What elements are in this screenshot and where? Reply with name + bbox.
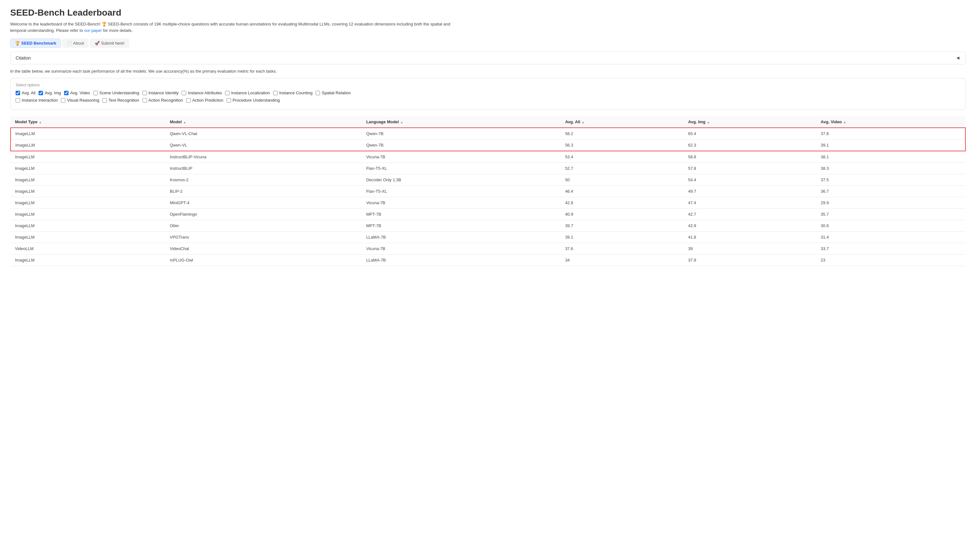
checkbox-procedure-understanding[interactable]: Procedure Understanding [227, 98, 280, 103]
col-header-avg.-img[interactable]: Avg. Img▲ [684, 116, 816, 128]
table-row: ImageLLMKosmos-2Decoder Only 1.3B5054.43… [10, 174, 966, 186]
checkbox-label-2: Avg. Video [70, 90, 90, 95]
checkbox-input-0[interactable] [16, 91, 20, 95]
cell-avg-all: 34 [561, 255, 684, 266]
checkbox-input-r2-3[interactable] [142, 98, 147, 103]
options-row-2: Instance InteractionVisual ReasoningText… [16, 98, 960, 103]
cell-language-model: Vicuna-7B [362, 197, 561, 208]
col-header-avg.-video[interactable]: Avg. Video▲ [816, 116, 966, 128]
checkbox-input-3[interactable] [94, 91, 98, 95]
cell-avg-video: 29.9 [816, 197, 966, 208]
page-description: Welcome to the leaderboard of the SEED-B… [10, 21, 456, 33]
checkbox-input-5[interactable] [182, 91, 186, 95]
col-header-language-model[interactable]: Language Model▲ [362, 116, 561, 128]
checkbox-label-r2-2: Text Recognition [109, 98, 139, 103]
checkbox-input-6[interactable] [225, 91, 229, 95]
checkbox-avg.-video[interactable]: Avg. Video [64, 90, 90, 95]
checkbox-text-recognition[interactable]: Text Recognition [102, 98, 139, 103]
cell-model: Qwen-VL [165, 140, 362, 151]
cell-language-model: Qwen-7B [362, 140, 561, 151]
checkbox-instance-counting[interactable]: Instance Counting [273, 90, 313, 95]
checkbox-label-r2-3: Action Recognition [149, 98, 183, 103]
cell-model-type: ImageLLM [10, 255, 165, 266]
checkbox-action-recognition[interactable]: Action Recognition [142, 98, 183, 103]
cell-avg-all: 42.8 [561, 197, 684, 208]
checkbox-instance-interaction[interactable]: Instance Interaction [16, 98, 58, 103]
cell-avg-img: 37.9 [684, 255, 816, 266]
table-row: ImageLLMBLIP-2Flan-T5-XL46.449.736.7 [10, 186, 966, 197]
checkbox-instance-attributes[interactable]: Instance Attributes [182, 90, 222, 95]
tab-1[interactable]: 📄 About [62, 38, 89, 48]
cell-model-type: ImageLLM [10, 174, 165, 186]
cell-avg-img: 57.8 [684, 163, 816, 174]
cell-avg-all: 37.6 [561, 243, 684, 255]
sort-icon: ▲ [707, 120, 710, 124]
checkbox-input-r2-4[interactable] [186, 98, 191, 103]
cell-model: BLIP-2 [165, 186, 362, 197]
checkbox-instance-localization[interactable]: Instance Localization [225, 90, 270, 95]
cell-model-type: ImageLLM [10, 140, 165, 151]
checkbox-spatial-relation[interactable]: Spatial Relation [316, 90, 351, 95]
options-title: Select options [16, 83, 960, 87]
cell-avg-all: 39.1 [561, 232, 684, 243]
info-text: In the table below, we summarize each ta… [10, 69, 966, 73]
cell-avg-all: 53.4 [561, 151, 684, 163]
checkbox-input-r2-5[interactable] [227, 98, 231, 103]
cell-avg-video: 30.6 [816, 220, 966, 232]
checkbox-label-0: Avg. All [22, 90, 35, 95]
checkbox-input-8[interactable] [316, 91, 320, 95]
checkbox-input-1[interactable] [38, 91, 43, 95]
options-row-1: Avg. AllAvg. ImgAvg. VideoScene Understa… [16, 90, 960, 95]
checkbox-instance-identity[interactable]: Instance Identity [142, 90, 179, 95]
table-row: ImageLLMVPGTransLLaMA-7B39.141.831.4 [10, 232, 966, 243]
cell-avg-all: 52.7 [561, 163, 684, 174]
checkbox-label-6: Instance Localization [231, 90, 270, 95]
checkbox-input-r2-0[interactable] [16, 98, 20, 103]
cell-language-model: Flan-T5-XL [362, 186, 561, 197]
checkbox-avg.-all[interactable]: Avg. All [16, 90, 35, 95]
paper-link[interactable]: our paper [84, 28, 102, 33]
col-header-model-type[interactable]: Model Type▲ [10, 116, 165, 128]
cell-language-model: Vicuna-7B [362, 151, 561, 163]
checkbox-input-r2-1[interactable] [61, 98, 65, 103]
cell-model-type: ImageLLM [10, 163, 165, 174]
tab-0[interactable]: 🏆 SEED Benchmark [10, 38, 61, 48]
leaderboard-table-container: Model Type▲Model▲Language Model▲Avg. All… [10, 116, 966, 266]
leaderboard-table: Model Type▲Model▲Language Model▲Avg. All… [10, 116, 966, 266]
cell-avg-video: 37.5 [816, 174, 966, 186]
tab-2[interactable]: 🚀 Submit here! [90, 38, 129, 48]
tab-bar: 🏆 SEED Benchmark📄 About🚀 Submit here! [10, 38, 966, 48]
table-row: ImageLLMmPLUG-OwlLLaMA-7B3437.923 [10, 255, 966, 266]
citation-arrow: ◄ [955, 55, 960, 61]
table-row: ImageLLMInstructBLIP-VicunaVicuna-7B53.4… [10, 151, 966, 163]
checkbox-action-prediction[interactable]: Action Prediction [186, 98, 224, 103]
checkbox-label-7: Instance Counting [279, 90, 313, 95]
col-header-model[interactable]: Model▲ [165, 116, 362, 128]
cell-avg-all: 50 [561, 174, 684, 186]
cell-model-type: ImageLLM [10, 208, 165, 220]
cell-avg-img: 49.7 [684, 186, 816, 197]
checkbox-scene-understanding[interactable]: Scene Understanding [94, 90, 139, 95]
cell-model-type: ImageLLM [10, 232, 165, 243]
table-body: ImageLLMQwen-VL-ChatQwen-7B58.265.437.8I… [10, 128, 966, 266]
cell-avg-all: 39.7 [561, 220, 684, 232]
cell-model-type: ImageLLM [10, 197, 165, 208]
cell-avg-img: 54.4 [684, 174, 816, 186]
cell-model: Qwen-VL-Chat [165, 128, 362, 140]
checkbox-input-2[interactable] [64, 91, 69, 95]
cell-avg-video: 31.4 [816, 232, 966, 243]
cell-model: mPLUG-Owl [165, 255, 362, 266]
citation-bar[interactable]: Citation ◄ [10, 52, 966, 64]
cell-avg-video: 33.7 [816, 243, 966, 255]
cell-avg-video: 37.8 [816, 128, 966, 140]
checkbox-input-r2-2[interactable] [102, 98, 107, 103]
cell-model: Otter [165, 220, 362, 232]
checkbox-input-4[interactable] [142, 91, 147, 95]
cell-avg-img: 62.3 [684, 140, 816, 151]
checkbox-input-7[interactable] [273, 91, 277, 95]
table-row: VideoLLMVideoChatVicuna-7B37.63933.7 [10, 243, 966, 255]
checkbox-avg.-img[interactable]: Avg. Img [38, 90, 61, 95]
table-header-row: Model Type▲Model▲Language Model▲Avg. All… [10, 116, 966, 128]
checkbox-visual-reasoning[interactable]: Visual Reasoning [61, 98, 99, 103]
col-header-avg.-all[interactable]: Avg. All▲ [561, 116, 684, 128]
